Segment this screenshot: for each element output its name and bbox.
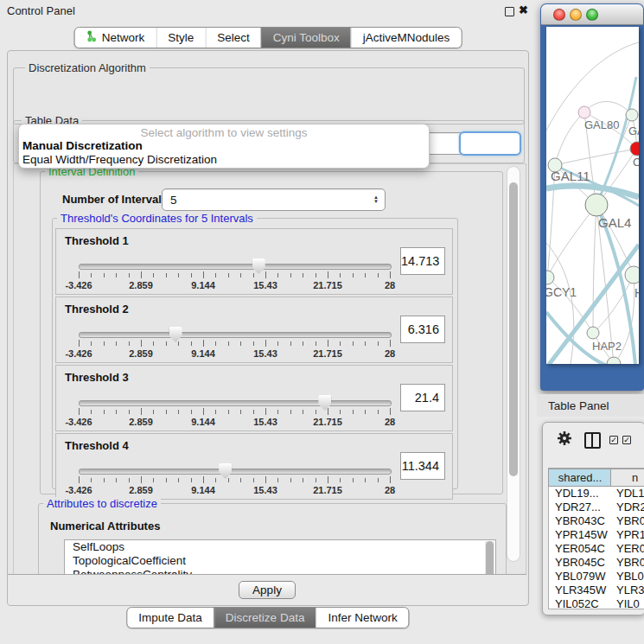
checkbox-icon[interactable]: ✓	[622, 436, 631, 444]
cell-shared-name[interactable]: YBR043C	[555, 514, 605, 527]
cell-shared-name[interactable]: YBR045C	[555, 556, 605, 569]
slider-ticks	[79, 476, 390, 484]
network-view-window: GAL80GACGAL11GAL4GCY1HHAP2	[540, 3, 644, 391]
slider-tick-labels: -3.4262.8599.14415.4321.71528	[79, 280, 390, 290]
network-edge	[593, 205, 596, 333]
attributes-scrollbar-thumb[interactable]	[486, 541, 494, 575]
network-canvas[interactable]: GAL80GACGAL11GAL4GCY1HHAP2	[546, 27, 639, 364]
network-node[interactable]	[585, 194, 608, 216]
number-of-intervals-combobox[interactable]: 5 ▲▼	[162, 188, 386, 211]
threshold-label: Threshold 3	[65, 371, 129, 384]
network-edge	[547, 205, 596, 277]
settings-scrollbar[interactable]	[507, 166, 520, 562]
table-row[interactable]: YDR27...YDR2	[549, 501, 644, 514]
cell-name[interactable]: YER0	[616, 542, 644, 555]
attributes-group-label: Attributes to discretize	[43, 497, 161, 510]
table-row[interactable]: YLR345WYLR3	[549, 583, 644, 597]
tab-cyni-toolbox[interactable]: Cyni Toolbox	[261, 28, 351, 48]
threshold-value-field[interactable]	[400, 384, 445, 411]
table-row[interactable]: YBL079WYBL0	[549, 570, 644, 583]
network-edge	[555, 149, 637, 165]
cell-name[interactable]: YLR3	[616, 583, 644, 596]
table-row[interactable]: YER054CYER0	[549, 542, 644, 556]
cell-shared-name[interactable]: YBL079W	[555, 570, 606, 583]
attribute-list-item[interactable]: TopologicalCoefficient	[65, 554, 495, 568]
table-row[interactable]: YBR043CYBR0	[549, 514, 644, 528]
slider-track[interactable]	[79, 264, 392, 270]
network-node[interactable]	[626, 109, 638, 121]
thresholds-group-label: Threshold's Coordinates for 5 Intervals	[57, 212, 257, 225]
table-panel-header: Table Panel	[537, 394, 644, 417]
slider-track[interactable]	[79, 400, 392, 406]
float-window-icon[interactable]	[505, 7, 514, 16]
attribute-list-item[interactable]: SelfLoops	[65, 540, 495, 554]
threshold-value-field[interactable]	[400, 452, 445, 480]
discretization-algorithm-label: Discretization Algorithm	[25, 61, 150, 74]
slider-track[interactable]	[79, 332, 392, 338]
tab-discretize-data[interactable]: Discretize Data	[214, 608, 316, 628]
panel-title: Control Panel	[7, 4, 75, 17]
threshold-value-field[interactable]	[400, 247, 445, 275]
cell-shared-name[interactable]: YER054C	[555, 542, 605, 555]
table-row[interactable]: YDL19...YDL1	[549, 487, 644, 501]
tab-select[interactable]: Select	[205, 28, 261, 48]
threshold-panel-3: Threshold 3-3.4262.8599.14415.4321.71528	[55, 365, 453, 431]
bottom-tab-bar: Impute Data Discretize Data Infer Networ…	[126, 607, 409, 628]
cell-name[interactable]: YIL0	[616, 597, 640, 610]
attributes-scrollbar[interactable]	[485, 541, 494, 575]
network-edge	[555, 112, 584, 165]
network-edge	[546, 42, 639, 131]
threshold-label: Threshold 4	[65, 439, 129, 452]
checkbox-icon[interactable]: ✓	[609, 436, 618, 444]
minimize-button[interactable]	[570, 9, 582, 21]
apply-button[interactable]: Apply	[239, 581, 296, 599]
settings-scroll-area: Interval Definition Number of Intervals …	[13, 163, 526, 575]
table-row[interactable]: YIL052CYIL0	[549, 597, 644, 611]
cell-shared-name[interactable]: YDL19...	[555, 487, 599, 500]
tab-style[interactable]: Style	[156, 28, 205, 48]
slider-track[interactable]	[79, 469, 392, 475]
settings-scrollbar-thumb[interactable]	[509, 182, 518, 476]
algorithm-popup: Select algorithm to view settings Manual…	[18, 124, 430, 169]
network-node-label: GAL80	[584, 118, 619, 131]
attribute-items: SelfLoopsTopologicalCoefficientBetweenne…	[65, 540, 495, 575]
table-row[interactable]: YPR145WYPR1	[549, 528, 644, 542]
cell-shared-name[interactable]: YPR145W	[555, 528, 608, 541]
network-edge	[546, 243, 574, 364]
column-header-shared-name[interactable]: shared...	[548, 469, 612, 487]
columns-icon[interactable]	[584, 432, 601, 449]
network-node[interactable]	[587, 327, 599, 339]
network-node[interactable]	[578, 106, 590, 118]
network-node[interactable]	[607, 357, 621, 364]
tab-network[interactable]: Network	[75, 28, 156, 48]
cell-shared-name[interactable]: YIL052C	[555, 597, 599, 610]
popup-option-equal-width-frequency[interactable]: Equal Width/Frequency Discretization	[22, 153, 217, 166]
popup-option-manual-discretization[interactable]: Manual Discretization	[22, 139, 143, 152]
network-window-titlebar[interactable]	[541, 4, 643, 25]
algorithm-combobox[interactable]	[459, 131, 521, 156]
cell-shared-name[interactable]: YDR27...	[555, 501, 601, 513]
gear-icon[interactable]	[557, 430, 572, 450]
cell-name[interactable]: YDR2	[616, 501, 644, 513]
threshold-label: Threshold 1	[65, 234, 129, 247]
algorithm-popup-hint: Select algorithm to view settings	[19, 126, 429, 139]
cell-name[interactable]: YBR0	[616, 556, 644, 569]
threshold-value-field[interactable]	[400, 316, 445, 343]
cell-shared-name[interactable]: YLR345W	[555, 583, 606, 596]
number-of-intervals-label: Number of Intervals	[62, 193, 168, 206]
cell-name[interactable]: YPR1	[616, 528, 644, 541]
numerical-attributes-list: SelfLoopsTopologicalCoefficientBetweenne…	[64, 539, 496, 575]
cell-name[interactable]: YDL1	[616, 487, 644, 500]
tab-infer-network[interactable]: Infer Network	[316, 608, 408, 628]
tab-jactivemnodules[interactable]: jActiveMNodules	[351, 28, 462, 48]
cell-name[interactable]: YBL0	[616, 570, 644, 583]
table-row[interactable]: YBR045CYBR0	[549, 556, 644, 570]
tab-impute-data[interactable]: Impute Data	[127, 608, 214, 628]
cell-name[interactable]: YBR0	[616, 514, 644, 527]
close-icon[interactable]: ✖	[519, 3, 528, 16]
column-header-name[interactable]: n	[610, 469, 644, 487]
close-button[interactable]	[553, 9, 565, 21]
threshold-label: Threshold 2	[65, 303, 129, 316]
zoom-button[interactable]	[586, 9, 598, 21]
network-node[interactable]	[625, 266, 639, 284]
